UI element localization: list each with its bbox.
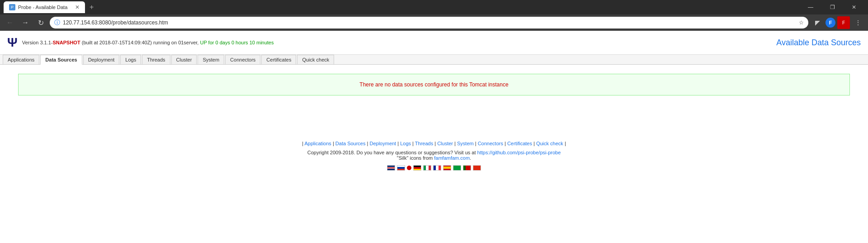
tab-applications[interactable]: Applications <box>3 55 39 64</box>
flag-dot-red[interactable] <box>407 166 411 170</box>
flag-spanish[interactable] <box>443 165 451 171</box>
footer-link-quick-check[interactable]: Quick check <box>536 141 563 146</box>
profile-button[interactable]: F <box>826 18 835 28</box>
browser-toolbar: ← → ↻ ⓘ 120.77.154.63:8080/probe/datasou… <box>0 14 868 31</box>
minimize-button[interactable]: — <box>800 0 821 14</box>
footer-link-datasources[interactable]: Data Sources <box>335 141 366 146</box>
version-suffix: (built at 2018-07-15T14:09:40Z) running … <box>80 40 200 45</box>
back-button[interactable]: ← <box>4 16 16 29</box>
footer-link-cluster[interactable]: Cluster <box>437 141 453 146</box>
forward-button[interactable]: → <box>19 16 32 29</box>
version-prefix: Version 3.1.1- <box>22 40 53 45</box>
flag-chinese[interactable] <box>473 165 481 171</box>
new-tab-button[interactable]: + <box>87 3 96 11</box>
footer-link-logs[interactable]: Logs <box>400 141 411 146</box>
version-text: Version 3.1.1-SNAPSHOT (built at 2018-07… <box>22 40 274 45</box>
no-datasources-alert: There are no data sources configured for… <box>18 74 850 95</box>
tab-data-sources[interactable]: Data Sources <box>40 55 82 65</box>
restore-button[interactable]: ❐ <box>822 0 843 14</box>
alert-message: There are no data sources configured for… <box>359 81 508 88</box>
browser-titlebar: P Probe - Available Data ✕ + — ❐ ✕ <box>0 0 868 14</box>
window-controls: — ❐ ✕ <box>800 0 864 14</box>
footer-silk: "Silk" icons from famfamfam.com. <box>9 155 859 161</box>
flag-italian[interactable] <box>423 165 431 171</box>
tab-favicon: P <box>9 4 15 10</box>
menu-button[interactable]: ⋮ <box>852 16 864 29</box>
nav-tabs: Applications Data Sources Deployment Log… <box>0 55 868 65</box>
address-bar[interactable]: ⓘ 120.77.154.63:8080/probe/datasources.h… <box>50 17 808 29</box>
logo-area: Ψ Version 3.1.1-SNAPSHOT (built at 2018-… <box>7 35 274 50</box>
footer-nav: | Applications | Data Sources | Deployme… <box>9 141 859 146</box>
flag-french[interactable] <box>433 165 441 171</box>
footer-link-system[interactable]: System <box>457 141 474 146</box>
toolbar-right: ◤ F F ⋮ <box>811 16 864 29</box>
tab-close-button[interactable]: ✕ <box>75 4 80 10</box>
flag-button[interactable]: F <box>837 16 850 29</box>
flag-english[interactable] <box>387 165 395 171</box>
browser-tab[interactable]: P Probe - Available Data ✕ <box>4 1 85 13</box>
url-text: 120.77.154.63:8080/probe/datasources.htm <box>63 19 796 26</box>
tab-title: Probe - Available Data <box>18 5 67 10</box>
footer-link-deployment[interactable]: Deployment <box>369 141 396 146</box>
uptime-text: UP for 0 days 0 hours 10 minutes <box>200 40 274 45</box>
tab-quick-check[interactable]: Quick check <box>297 55 334 64</box>
tab-system[interactable]: System <box>198 55 224 64</box>
close-button[interactable]: ✕ <box>844 0 864 14</box>
security-icon: ⓘ <box>54 19 60 27</box>
page-header: Ψ Version 3.1.1-SNAPSHOT (built at 2018-… <box>0 31 868 55</box>
psi-logo: Ψ <box>7 35 18 50</box>
footer-github-link[interactable]: https://github.com/psi-probe/psi-probe <box>477 150 561 155</box>
main-content: There are no data sources configured for… <box>0 65 868 114</box>
tab-threads[interactable]: Threads <box>142 55 170 64</box>
page-content: Ψ Version 3.1.1-SNAPSHOT (built at 2018-… <box>0 31 868 229</box>
flag-german[interactable] <box>413 165 421 171</box>
footer-link-applications[interactable]: Applications <box>305 141 331 146</box>
flag-russian[interactable] <box>397 165 405 171</box>
flag-portuguese[interactable] <box>463 165 471 171</box>
footer-link-certificates[interactable]: Certificates <box>507 141 532 146</box>
tab-logs[interactable]: Logs <box>120 55 141 64</box>
refresh-button[interactable]: ↻ <box>34 16 47 29</box>
footer-copyright: Copyright 2009-2018. Do you have any que… <box>9 150 859 155</box>
tab-cluster[interactable]: Cluster <box>171 55 197 64</box>
extensions-icon[interactable]: ◤ <box>811 16 824 29</box>
footer-link-connectors[interactable]: Connectors <box>478 141 503 146</box>
bookmark-icon[interactable]: ☆ <box>799 19 804 26</box>
snapshot-label: SNAPSHOT <box>53 40 80 45</box>
footer-flags <box>9 165 859 171</box>
flag-portuguese-br[interactable] <box>453 165 461 171</box>
footer-famfamfam-link[interactable]: famfamfam.com <box>434 155 470 161</box>
page-footer: | Applications | Data Sources | Deployme… <box>0 132 868 180</box>
footer-sep-end: | <box>565 141 566 146</box>
tab-certificates[interactable]: Certificates <box>261 55 296 64</box>
tab-deployment[interactable]: Deployment <box>83 55 120 64</box>
tab-connectors[interactable]: Connectors <box>225 55 260 64</box>
page-title: Available Data Sources <box>776 38 861 48</box>
footer-link-threads[interactable]: Threads <box>415 141 433 146</box>
footer-sep-start: | <box>302 141 303 146</box>
